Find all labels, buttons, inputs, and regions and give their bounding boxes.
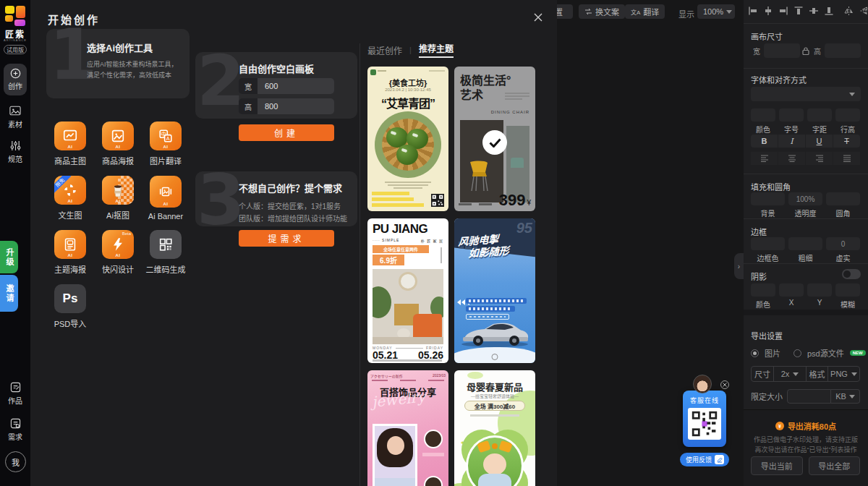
invite-button[interactable]: 邀请: [0, 275, 18, 312]
text-align-center-button[interactable]: [778, 152, 805, 165]
height-field[interactable]: 高 800: [239, 98, 334, 114]
canvas-width-input[interactable]: [764, 43, 800, 58]
width-input[interactable]: 600: [258, 78, 334, 94]
poster-card-baby-spring[interactable]: 母婴春夏新品 —给宝宝轻奢舒适体验— 全场 满300减60 ✦: [454, 370, 535, 486]
radio-psd-label[interactable]: psd源文件: [807, 347, 844, 359]
font-size-input[interactable]: [779, 108, 804, 122]
support-qr-code: [688, 408, 721, 440]
shadow-blur-input[interactable]: [835, 284, 860, 297]
poster-topbar: アクセサリーの新作 2023/03: [370, 373, 446, 378]
limit-unit-select[interactable]: KB: [831, 389, 860, 404]
submit-request-button[interactable]: 提需求: [239, 230, 334, 247]
sidebar-item-works[interactable]: 作品: [0, 382, 30, 406]
format-select[interactable]: PNG: [827, 367, 859, 381]
font-family-select[interactable]: [751, 87, 861, 101]
border-color-input[interactable]: [751, 237, 785, 250]
ai-banner-icon: AI: [150, 176, 182, 208]
background-color-input[interactable]: [751, 192, 785, 205]
font-section-title: 字体和对齐方式: [751, 74, 807, 85]
poster-card-pujiang-home[interactable]: PU JIANG ···· SIMPLE 朴 匠 家 居 全场任意任意两件 6.…: [367, 218, 448, 363]
align-right-icon[interactable]: [778, 6, 788, 16]
text-align-left-button[interactable]: [751, 152, 778, 165]
sidebar-item-assets[interactable]: 素材: [0, 106, 30, 129]
opacity-input[interactable]: 100%: [788, 192, 822, 205]
panel-collapse-button[interactable]: ›: [734, 253, 744, 279]
tool-ai-banner[interactable]: AI Ai Banner: [142, 176, 190, 221]
sidebar-item-specs[interactable]: 规范: [0, 140, 30, 164]
upgrade-button[interactable]: 升级: [0, 241, 18, 273]
bold-button[interactable]: B: [751, 135, 778, 148]
shadow-x-input[interactable]: [779, 284, 804, 297]
tool-product-main-image[interactable]: AI 商品主图: [46, 122, 94, 166]
translate-button[interactable]: 文A 翻译: [625, 4, 665, 19]
tool-ai-cutout[interactable]: AI Ai抠图: [94, 176, 142, 221]
zoom-select[interactable]: 100%: [697, 4, 735, 19]
tool-image-translate[interactable]: 中A AI 图片翻译: [142, 122, 190, 166]
step3-title: 不想自己创作？提个需求: [239, 181, 342, 195]
swap-arrows-icon: [584, 8, 592, 15]
size-select[interactable]: 2x: [773, 367, 806, 381]
step2-number: 2: [197, 46, 245, 116]
corner-radius-input[interactable]: [826, 192, 860, 205]
shadow-y-input[interactable]: [807, 284, 832, 297]
line-height-input[interactable]: [835, 108, 860, 122]
flip-vertical-icon[interactable]: [859, 6, 868, 16]
text-align-justify-button[interactable]: [833, 152, 860, 165]
poster-card-car[interactable]: 95 风驰电掣 如影随形: [454, 218, 535, 363]
align-center-h-icon[interactable]: [763, 6, 773, 16]
selected-check-icon: [482, 130, 507, 155]
tool-theme-poster[interactable]: AI 主题海报: [46, 230, 94, 275]
tool-psd-import[interactable]: Ps PSD导入: [46, 284, 94, 329]
canvas-height-input[interactable]: [825, 43, 861, 58]
export-current-button[interactable]: 导出当前: [751, 456, 803, 475]
tool-product-poster[interactable]: AI 商品海报: [94, 122, 142, 166]
rewrite-copy-button[interactable]: 换文案: [579, 4, 625, 19]
display-label: 显示: [678, 8, 694, 20]
radio-image[interactable]: [751, 349, 759, 357]
strikethrough-button[interactable]: T: [833, 135, 860, 148]
step3-line1: 个人版：提交给匠紫，1对1服务: [239, 200, 341, 211]
letter-spacing-input[interactable]: [807, 108, 832, 122]
support-qr-card[interactable]: 客服在线: [683, 391, 726, 447]
sidebar-item-demands[interactable]: 需求: [0, 418, 30, 442]
font-color-input[interactable]: [751, 108, 775, 122]
border-dash-input[interactable]: 0: [826, 237, 860, 250]
radio-image-label[interactable]: 图片: [765, 347, 780, 359]
create-button[interactable]: 创建: [239, 124, 334, 141]
close-icon[interactable]: [531, 10, 545, 25]
poster-card-minimal-life[interactable]: 极简生活° 艺术 DINING CHAIR 399 ¥: [454, 67, 535, 211]
italic-button[interactable]: I: [778, 135, 805, 148]
step3-number: 3: [197, 166, 245, 235]
width-field[interactable]: 宽 600: [239, 78, 334, 94]
sidebar-item-create[interactable]: 创作: [4, 64, 27, 95]
tool-text-to-image[interactable]: AI 限免 文生图: [46, 176, 94, 221]
align-top-icon[interactable]: [793, 6, 804, 16]
lock-icon[interactable]: [801, 46, 810, 56]
height-input[interactable]: 800: [258, 98, 334, 114]
align-left-icon[interactable]: [748, 6, 758, 16]
text-align-right-button[interactable]: [806, 152, 833, 165]
poster-card-jewelry[interactable]: アクセサリーの新作 2023/03 百搭饰品分享 jewelry: [367, 370, 448, 486]
poster-card-food-workshop[interactable]: {美食工坊} 2023.04.2 | 10:30-12:45 “艾草青团”: [367, 67, 448, 211]
align-bottom-icon[interactable]: [824, 6, 834, 16]
poster-grid: {美食工坊} 2023.04.2 | 10:30-12:45 “艾草青团”: [367, 67, 535, 486]
border-width-input[interactable]: [788, 237, 822, 250]
shadow-color-input[interactable]: [751, 284, 775, 297]
feedback-button[interactable]: 使用反馈: [680, 453, 729, 466]
tool-qr-generator[interactable]: 二维码生成: [142, 230, 190, 275]
align-middle-v-icon[interactable]: [809, 6, 819, 16]
radio-psd[interactable]: [793, 349, 801, 357]
export-all-button[interactable]: 导出全部: [809, 456, 861, 475]
canvas-size-title: 画布尺寸: [751, 30, 783, 42]
profile-button[interactable]: 我: [5, 451, 26, 472]
underline-button[interactable]: U: [806, 135, 833, 148]
flip-horizontal-icon[interactable]: [843, 6, 854, 16]
fill-inputs: 100%: [751, 192, 860, 205]
tab-recent-creations[interactable]: 最近创作: [367, 44, 402, 56]
limit-size-label: 限定大小: [751, 391, 783, 402]
tool-flash-design[interactable]: AI Beta 快闪设计: [94, 230, 142, 275]
shadow-toggle[interactable]: [842, 269, 861, 279]
widget-close-icon[interactable]: [720, 380, 729, 389]
limit-size-input[interactable]: [787, 389, 831, 404]
tab-recommended-themes[interactable]: 推荐主题: [419, 42, 454, 58]
